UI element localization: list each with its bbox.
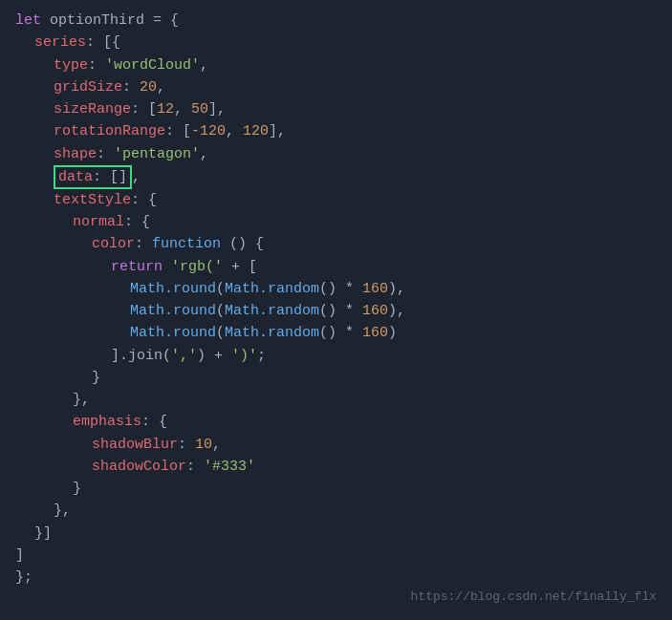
- watermark: https://blog.csdn.net/finally_flx: [411, 588, 657, 607]
- code-line: ]: [0, 545, 672, 567]
- code-editor: let optionThird = {series: [{type: 'word…: [0, 0, 672, 620]
- highlight-box: data: []: [54, 165, 132, 189]
- code-line: shape: 'pentagon',: [0, 143, 672, 165]
- code-line: textStyle: {: [0, 189, 672, 211]
- code-line: sizeRange: [12, 50],: [0, 98, 672, 120]
- code-line: }: [0, 367, 672, 389]
- code-line: shadowColor: '#333': [0, 456, 672, 478]
- code-line: Math.round(Math.random() * 160),: [0, 278, 672, 300]
- code-line: color: function () {: [0, 233, 672, 255]
- code-line: series: [{: [0, 32, 672, 53]
- code-line: emphasis: {: [0, 411, 672, 433]
- code-line: gridSize: 20,: [0, 76, 672, 98]
- code-line: shadowBlur: 10,: [0, 434, 672, 456]
- code-line: Math.round(Math.random() * 160),: [0, 300, 672, 322]
- code-line: }]: [0, 523, 672, 545]
- code-content: let optionThird = {series: [{type: 'word…: [0, 10, 672, 588]
- code-line: };: [0, 567, 672, 588]
- code-line: Math.round(Math.random() * 160): [0, 322, 672, 344]
- code-line: },: [0, 500, 672, 522]
- code-line: }: [0, 478, 672, 500]
- code-line: let optionThird = {: [0, 10, 672, 32]
- code-line: type: 'wordCloud',: [0, 54, 672, 76]
- code-line: data: [],: [0, 165, 672, 189]
- code-line: return 'rgb(' + [: [0, 256, 672, 278]
- code-line: normal: {: [0, 211, 672, 233]
- code-line: },: [0, 389, 672, 411]
- code-line: ].join(',') + ')';: [0, 345, 672, 367]
- code-line: rotationRange: [-120, 120],: [0, 120, 672, 142]
